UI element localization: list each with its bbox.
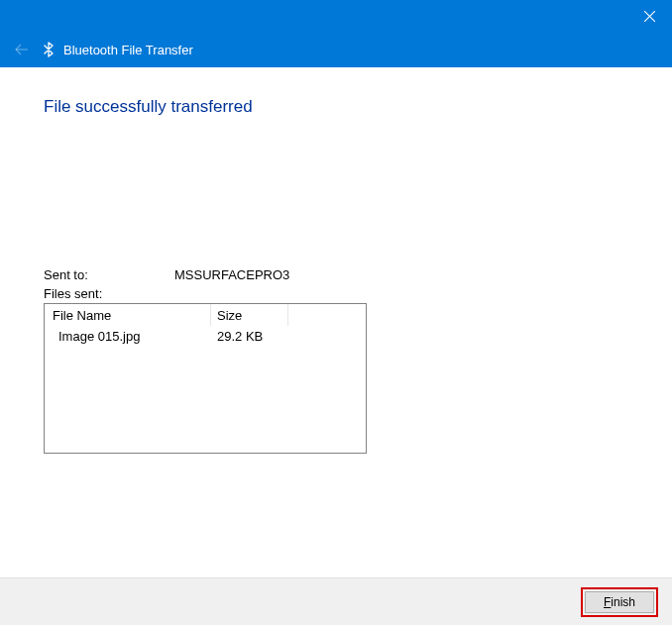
column-header-name[interactable]: File Name	[45, 304, 211, 326]
bluetooth-icon	[44, 42, 54, 57]
finish-button[interactable]: Finish	[585, 591, 654, 613]
close-icon	[644, 11, 655, 22]
finish-highlight: Finish	[581, 587, 658, 617]
files-table: File Name Size Image 015.jpg 29.2 KB	[44, 303, 367, 454]
content-area: File successfully transferred Sent to: M…	[0, 67, 672, 577]
file-name-cell: Image 015.jpg	[45, 329, 211, 344]
sent-to-value: MSSURFACEPRO3	[174, 267, 289, 282]
window-title: Bluetooth File Transfer	[63, 43, 193, 57]
wizard-header: Bluetooth File Transfer	[0, 32, 672, 67]
sent-to-label: Sent to:	[44, 267, 174, 282]
close-button[interactable]	[626, 0, 672, 32]
table-header: File Name Size	[45, 304, 366, 326]
page-heading: File successfully transferred	[44, 97, 628, 117]
file-size-cell: 29.2 KB	[211, 329, 288, 344]
sent-to-row: Sent to: MSSURFACEPRO3	[44, 267, 628, 282]
back-arrow-icon	[14, 42, 30, 57]
files-sent-label: Files sent:	[44, 286, 628, 301]
column-header-size[interactable]: Size	[211, 304, 288, 326]
table-row[interactable]: Image 015.jpg 29.2 KB	[45, 326, 366, 346]
footer: Finish	[0, 577, 672, 625]
titlebar	[0, 0, 672, 32]
back-button	[14, 42, 30, 57]
